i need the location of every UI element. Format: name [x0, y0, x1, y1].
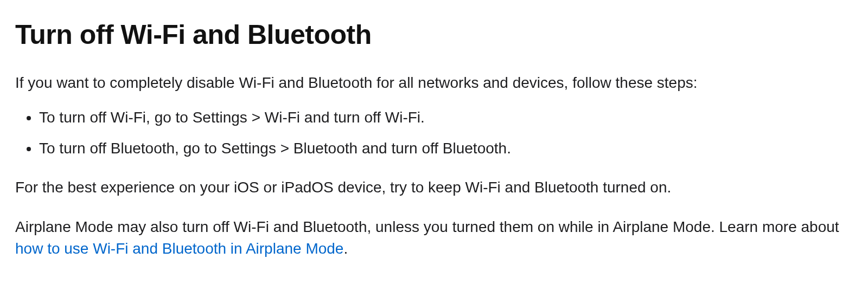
section-heading: Turn off Wi-Fi and Bluetooth: [15, 15, 853, 55]
list-item: To turn off Wi-Fi, go to Settings > Wi-F…: [39, 107, 853, 129]
recommendation-paragraph: For the best experience on your iOS or i…: [15, 177, 853, 199]
intro-paragraph: If you want to completely disable Wi-Fi …: [15, 72, 853, 94]
airplane-suffix: .: [343, 240, 348, 257]
list-item: To turn off Bluetooth, go to Settings > …: [39, 138, 853, 160]
airplane-prefix: Airplane Mode may also turn off Wi-Fi an…: [15, 218, 839, 235]
airplane-mode-link[interactable]: how to use Wi-Fi and Bluetooth in Airpla…: [15, 240, 343, 257]
steps-list: To turn off Wi-Fi, go to Settings > Wi-F…: [15, 107, 853, 159]
airplane-paragraph: Airplane Mode may also turn off Wi-Fi an…: [15, 216, 853, 260]
